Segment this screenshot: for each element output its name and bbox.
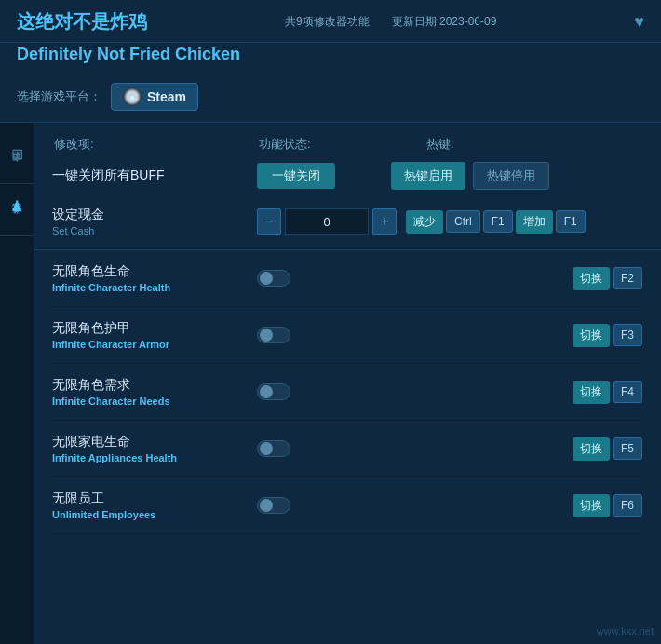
sidebar: ⊞ 资源 ♟ 游戏: [0, 123, 34, 644]
cash-plus-button[interactable]: +: [372, 208, 397, 235]
col-header-hotkey: 热键:: [426, 136, 454, 153]
col-header-mod: 修改项:: [54, 136, 259, 153]
toggle-btn-3[interactable]: 切换: [573, 437, 610, 461]
toggle-btn-2[interactable]: 切换: [573, 381, 610, 404]
toggle-btn-1[interactable]: 切换: [573, 324, 610, 347]
cash-f1-key: F1: [483, 210, 513, 233]
one-key-name: 一键关闭所有BUFF: [52, 168, 257, 184]
game-name-block-0: 无限角色生命 Infinite Character Health: [52, 263, 257, 293]
fkey-2: F4: [613, 381, 642, 403]
game-name-block-2: 无限角色需求 Infinite Character Needs: [52, 377, 257, 407]
cheat-name-cn-3: 无限家电生命: [52, 434, 257, 450]
toggle-btn-4[interactable]: 切换: [573, 494, 610, 517]
one-key-row: 一键关闭所有BUFF 一键关闭 热键启用 热键停用: [52, 162, 642, 190]
steam-icon: ●: [123, 87, 142, 106]
cash-ctrl-key: Ctrl: [446, 210, 480, 233]
toggle-3[interactable]: [257, 440, 290, 457]
page-title-cn: 这绝对不是炸鸡: [17, 9, 147, 34]
fkey-4: F6: [613, 494, 642, 517]
cheat-name-en-3: Infinite Appliances Health: [52, 452, 257, 463]
table-row: 无限角色生命 Infinite Character Health 切换 F2: [52, 250, 642, 307]
subtitle-area: Definitely Not Fried Chicken: [0, 43, 661, 75]
cheat-name-en-2: Infinite Character Needs: [52, 396, 257, 407]
platform-selector-row: 选择游戏平台： ● Steam: [0, 75, 661, 123]
sidebar-resources-label: 资源: [10, 167, 23, 170]
resources-section: 修改项: 功能状态: 热键: 一键关闭所有BUFF 一键关闭 热键启用 热键停用…: [34, 123, 661, 250]
one-key-close-button[interactable]: 一键关闭: [257, 163, 335, 189]
set-cash-row: 设定现金 Set Cash − + 减少 Ctrl F1 增加 F1: [52, 207, 642, 236]
game-name-block-3: 无限家电生命 Infinite Appliances Health: [52, 434, 257, 463]
cash-increase-button[interactable]: 增加: [516, 210, 553, 234]
cash-name-en: Set Cash: [52, 225, 257, 236]
game-name-block-4: 无限员工 Unlimited Employees: [52, 490, 257, 520]
toggle-knob-4: [260, 499, 273, 512]
cash-minus-button[interactable]: −: [257, 208, 281, 235]
favorite-icon[interactable]: ♥: [634, 12, 644, 32]
fkey-3: F5: [613, 437, 642, 460]
cheat-name-en-0: Infinite Character Health: [52, 282, 257, 293]
cheat-name-cn-1: 无限角色护甲: [52, 320, 257, 337]
sidebar-item-game[interactable]: ♟ 游戏: [0, 184, 34, 236]
content-panel: 修改项: 功能状态: 热键: 一键关闭所有BUFF 一键关闭 热键启用 热键停用…: [34, 123, 661, 644]
column-headers: 修改项: 功能状态: 热键:: [52, 136, 642, 153]
game-icon: ♟: [10, 197, 23, 215]
cash-decrease-button[interactable]: 减少: [406, 210, 443, 234]
main-layout: ⊞ 资源 ♟ 游戏 修改项: 功能状态: 热键: 一键关闭所有BUFF 一键关闭…: [0, 123, 661, 644]
toggle-knob-0: [260, 272, 273, 285]
steam-label: Steam: [147, 89, 186, 104]
table-row: 无限角色需求 Infinite Character Needs 切换 F4: [52, 364, 642, 421]
platform-label: 选择游戏平台：: [17, 88, 101, 105]
steam-platform-button[interactable]: ● Steam: [111, 83, 198, 111]
hotkey-group-0: 切换 F2: [573, 267, 642, 290]
toggle-btn-0[interactable]: 切换: [573, 267, 610, 290]
table-row: 无限角色护甲 Infinite Character Armor 切换 F3: [52, 307, 642, 364]
hotkey-disable-button[interactable]: 热键停用: [473, 162, 549, 190]
toggle-2[interactable]: [257, 383, 290, 400]
hotkey-enable-button[interactable]: 热键启用: [391, 162, 465, 190]
cheat-name-cn-2: 无限角色需求: [52, 377, 257, 394]
toggle-knob-1: [260, 329, 273, 342]
col-header-status: 功能状态:: [259, 136, 426, 153]
resources-icon: ⊞: [11, 145, 23, 163]
fkey-1: F3: [613, 324, 642, 346]
cash-hotkey-group: 减少 Ctrl F1 增加 F1: [406, 210, 586, 234]
toggle-1[interactable]: [257, 327, 290, 343]
header: 这绝对不是炸鸡 共9项修改器功能 更新日期:2023-06-09 ♥: [0, 0, 661, 43]
toggle-knob-2: [260, 385, 273, 398]
toggle-4[interactable]: [257, 497, 290, 514]
table-row: 无限家电生命 Infinite Appliances Health 切换 F5: [52, 421, 642, 477]
game-section: 无限角色生命 Infinite Character Health 切换 F2 无…: [34, 250, 661, 534]
hotkey-group-3: 切换 F5: [573, 437, 642, 461]
table-row: 无限员工 Unlimited Employees 切换 F6: [52, 477, 642, 534]
header-meta: 共9项修改器功能 更新日期:2023-06-09: [285, 14, 496, 30]
toggle-knob-3: [260, 442, 273, 455]
cash-name-cn: 设定现金: [52, 207, 257, 223]
update-date: 更新日期:2023-06-09: [392, 14, 497, 30]
sidebar-game-label: 游戏: [10, 219, 23, 222]
cash-controls: − +: [257, 208, 397, 235]
cash-input[interactable]: [285, 208, 369, 235]
page-title-en: Definitely Not Fried Chicken: [17, 45, 240, 63]
cash-name-block: 设定现金 Set Cash: [52, 207, 257, 236]
cheat-name-en-4: Unlimited Employees: [52, 509, 257, 520]
cheat-name-cn-4: 无限员工: [52, 490, 257, 507]
fkey-0: F2: [613, 267, 642, 289]
sidebar-item-resources[interactable]: ⊞ 资源: [0, 132, 34, 184]
cheat-name-en-1: Infinite Character Armor: [52, 339, 257, 350]
mod-count: 共9项修改器功能: [285, 14, 370, 30]
hotkey-group-1: 切换 F3: [573, 324, 642, 347]
cheat-name-cn-0: 无限角色生命: [52, 263, 257, 280]
toggle-0[interactable]: [257, 270, 290, 287]
hotkey-group-4: 切换 F6: [573, 494, 642, 517]
game-name-block-1: 无限角色护甲 Infinite Character Armor: [52, 320, 257, 350]
cash-f1-key2: F1: [556, 210, 586, 233]
hotkey-group-2: 切换 F4: [573, 381, 642, 404]
